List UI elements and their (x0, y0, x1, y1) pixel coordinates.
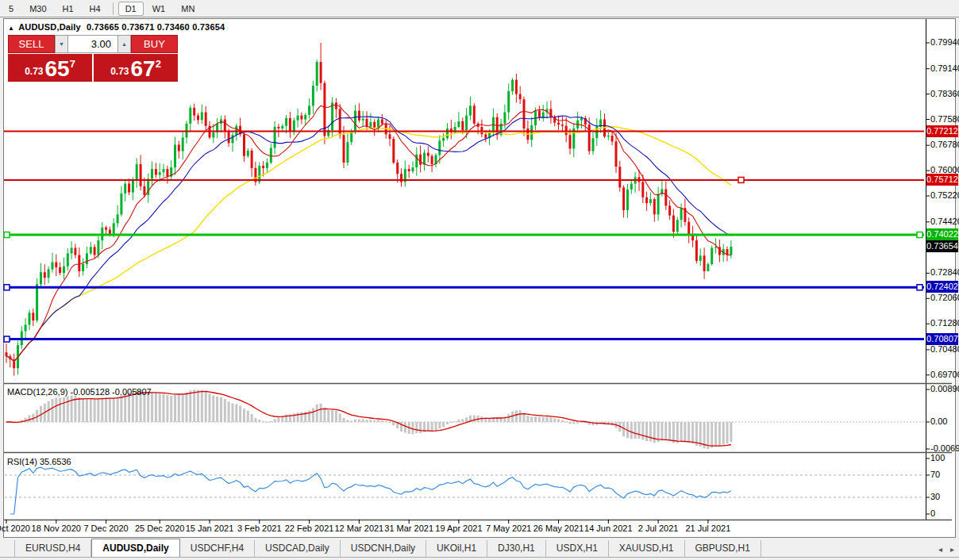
collapse-arrow-icon[interactable]: ▲ (8, 25, 14, 32)
macd-indicator-label: MACD(12,26,9) -0.005128 -0.005807 (7, 387, 152, 397)
tab-gbpusd-h1[interactable]: GBPUSD,H1 (685, 540, 761, 557)
price-level-badge: 0.77212 (926, 125, 958, 137)
price-axis-tick-label: 0.79940 (930, 37, 957, 47)
rsi-axis-tick-label: 0 (930, 508, 957, 518)
date-axis-label: 18 Nov 2020 (32, 524, 81, 533)
rsi-indicator-label: RSI(14) 35.6536 (7, 457, 71, 466)
chart-tabbar: EURUSD,H4AUDUSD,DailyUSDCHF,H4USDCAD,Dai… (0, 539, 959, 558)
date-axis-label: 15 Jan 2021 (186, 524, 234, 533)
rsi-axis-tick-label: 70 (930, 470, 957, 479)
price-axis-tick-label: 0.72840 (930, 267, 957, 277)
date-axis-label: 3 Feb 2021 (237, 524, 282, 533)
sell-price-pip: 7 (70, 58, 75, 70)
date-axis-label: 25 Dec 2020 (135, 524, 184, 533)
macd-panel (5, 389, 924, 449)
buy-button[interactable]: BUY (131, 35, 178, 53)
chart-canvas[interactable] (0, 0, 959, 560)
price-axis-tick-label: 0.72060 (930, 293, 957, 302)
chart-ohlc-values: 0.73665 0.73671 0.73460 0.73654 (87, 22, 225, 32)
timeframe-button-h4[interactable]: H4 (83, 2, 108, 16)
tab-dj30-h1[interactable]: DJ30,H1 (487, 540, 546, 557)
macd-axis-zero-label: 0.00 (930, 416, 957, 426)
date-axis-label: 30 Oct 2020 (0, 524, 30, 533)
one-click-trading-panel: SELL ▼ ▲ BUY 0.73657 0.73672 (8, 35, 178, 82)
buy-price-pip: 2 (156, 58, 161, 70)
tab-usdx-h1[interactable]: USDX,H1 (546, 540, 609, 557)
chart-tabs: EURUSD,H4AUDUSD,DailyUSDCHF,H4USDCAD,Dai… (14, 539, 761, 557)
chart-frame (4, 19, 952, 524)
tab-xauusd-h1[interactable]: XAUUSD,H1 (609, 540, 685, 557)
date-axis-label: 19 Apr 2021 (435, 524, 482, 533)
candles (6, 43, 733, 376)
chart-symbol-label: AUDUSD,Daily (18, 22, 81, 32)
tab-eurusd-h4[interactable]: EURUSD,H4 (14, 540, 91, 557)
price-level-badge: 0.75712 (926, 174, 958, 186)
buy-price-panel[interactable]: 0.73672 (94, 54, 178, 82)
timeframe-button-5[interactable]: 5 (2, 2, 21, 16)
date-axis-label: 22 Feb 2021 (285, 524, 334, 533)
moving-average-lines (6, 105, 731, 361)
price-axis-tick-label: 0.70480 (930, 344, 957, 354)
price-axis-tick-label: 0.77580 (930, 114, 957, 124)
volume-down-button[interactable]: ▼ (55, 35, 68, 53)
toolbar-separator (113, 2, 114, 15)
buy-price-big: 67 (130, 58, 155, 80)
rsi-axis-tick-label: 100 (930, 453, 957, 462)
date-axis-label: 7 May 2021 (486, 524, 531, 533)
chart-title: ▲AUDUSD,Daily0.73665 0.73671 0.73460 0.7… (8, 22, 225, 32)
price-axis-tick-label: 0.74420 (930, 217, 957, 226)
macd-axis-min-label: -0.006977 (930, 443, 957, 453)
tab-usdcad-daily[interactable]: USDCAD,Daily (255, 540, 341, 557)
price-axis-tick-label: 0.76780 (930, 140, 957, 149)
tab-scroll-right-icon[interactable]: ▸ (950, 545, 954, 554)
price-axis-tick-label: 0.71280 (930, 318, 957, 328)
timeframe-button-w1[interactable]: W1 (145, 2, 173, 16)
timeframe-toolbar: 5M30H1H4D1W1MN (0, 0, 959, 17)
date-axis-label: 26 May 2021 (533, 524, 584, 533)
price-level-badge: 0.72402 (926, 281, 958, 293)
tab-scroll-controls: ◂ ▸ (938, 545, 954, 554)
horizontal-level-lines[interactable] (4, 132, 924, 342)
date-axis-label: 12 Mar 2021 (334, 524, 383, 533)
rsi-axis-tick-label: 30 (930, 492, 957, 501)
date-axis-label: 2 Jul 2021 (638, 524, 679, 533)
macd-axis-max-label: 0.008903 (930, 384, 957, 393)
rsi-panel (5, 467, 924, 514)
timeframe-button-m30[interactable]: M30 (22, 2, 53, 16)
sell-button[interactable]: SELL (8, 35, 55, 53)
tab-scroll-left-icon[interactable]: ◂ (938, 545, 942, 554)
tab-ukoil-h1[interactable]: UKOil,H1 (426, 540, 487, 557)
price-level-badge: 0.74022 (926, 228, 958, 240)
date-axis-label: 31 Mar 2021 (384, 524, 433, 533)
buy-price-prefix: 0.73 (110, 66, 129, 77)
tab-usdchf-h4[interactable]: USDCHF,H4 (180, 540, 255, 557)
date-axis-label: 21 Jul 2021 (685, 524, 730, 533)
volume-up-button[interactable]: ▲ (117, 35, 131, 53)
date-axis-label: 7 Dec 2020 (83, 524, 128, 533)
volume-input[interactable] (68, 35, 117, 53)
mt4-screen: 5M30H1H4D1W1MN ▲AUDUSD,Daily0.73665 0.73… (0, 0, 959, 560)
price-level-badge: 0.70807 (926, 333, 958, 345)
sell-price-big: 65 (44, 58, 69, 80)
date-axis-label: 14 Jun 2021 (584, 524, 633, 533)
timeframe-button-h1[interactable]: H1 (56, 2, 81, 16)
timeframe-button-mn[interactable]: MN (174, 2, 202, 16)
current-price-badge: 0.73654 (926, 240, 958, 252)
sell-price-prefix: 0.73 (25, 66, 43, 77)
price-axis-tick-label: 0.78360 (930, 89, 957, 98)
timeframe-button-d1[interactable]: D1 (118, 2, 144, 16)
tab-usdcnh-daily[interactable]: USDCNH,Daily (341, 540, 426, 557)
tab-audusd-daily[interactable]: AUDUSD,Daily (91, 539, 179, 557)
price-axis-tick-label: 0.69700 (930, 370, 957, 379)
price-axis-tick-label: 0.75220 (930, 190, 957, 200)
price-axis-tick-label: 0.79140 (930, 63, 957, 73)
sell-price-panel[interactable]: 0.73657 (8, 54, 92, 82)
